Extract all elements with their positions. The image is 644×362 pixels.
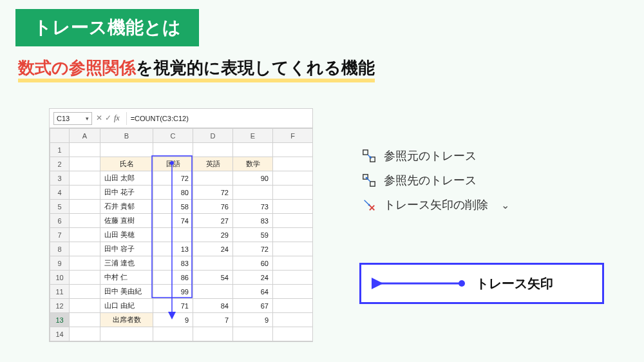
fx-icon[interactable]: fx	[114, 113, 120, 123]
cell[interactable]: 24	[193, 242, 233, 256]
cell[interactable]: 72	[193, 186, 233, 200]
col-header[interactable]: F	[273, 129, 313, 143]
col-header[interactable]: B	[100, 129, 153, 143]
cell[interactable]	[70, 271, 100, 285]
cell[interactable]	[273, 256, 313, 271]
cell[interactable]	[193, 327, 233, 341]
row-header[interactable]: 11	[50, 285, 70, 299]
cell[interactable]: 9	[233, 313, 273, 327]
cell[interactable]	[153, 143, 193, 157]
cancel-icon[interactable]: ✕	[96, 113, 102, 123]
cell[interactable]	[70, 228, 100, 242]
row-header[interactable]: 12	[50, 299, 70, 313]
row-header[interactable]: 10	[50, 271, 70, 285]
row-header[interactable]: 3	[50, 171, 70, 186]
cell[interactable]	[273, 228, 313, 242]
row-header[interactable]: 8	[50, 242, 70, 256]
cell[interactable]: 59	[233, 228, 273, 242]
cell[interactable]	[273, 242, 313, 256]
cell[interactable]	[70, 256, 100, 271]
chevron-down-icon[interactable]: ⌄	[501, 199, 509, 211]
cell[interactable]	[273, 299, 313, 313]
cell[interactable]	[233, 186, 273, 200]
cell[interactable]	[273, 271, 313, 285]
cell[interactable]	[70, 242, 100, 256]
row-header[interactable]: 4	[50, 186, 70, 200]
cell[interactable]: 72	[153, 171, 193, 186]
row-header[interactable]: 14	[50, 327, 70, 341]
cell[interactable]: 13	[153, 242, 193, 256]
cell[interactable]: 佐藤 直樹	[100, 214, 153, 228]
cell[interactable]	[273, 186, 313, 200]
cell[interactable]	[153, 228, 193, 242]
cell[interactable]: 田中 花子	[100, 186, 153, 200]
cell[interactable]: 99	[153, 285, 193, 299]
cell[interactable]	[193, 285, 233, 299]
trace-dependents-button[interactable]: 参照先のトレース	[362, 173, 509, 188]
cell[interactable]: 67	[233, 299, 273, 313]
cell[interactable]: 山田 美穂	[100, 228, 153, 242]
cell[interactable]	[70, 186, 100, 200]
cell[interactable]: 83	[153, 256, 193, 271]
cell[interactable]: 英語	[193, 157, 233, 171]
cell[interactable]	[193, 171, 233, 186]
cell[interactable]	[193, 143, 233, 157]
cell[interactable]	[273, 313, 313, 327]
cell[interactable]	[70, 285, 100, 299]
formula-bar[interactable]: =COUNT(C3:C12)	[126, 112, 308, 125]
cell[interactable]: 7	[193, 313, 233, 327]
cell[interactable]	[233, 143, 273, 157]
cell[interactable]	[233, 327, 273, 341]
cell[interactable]	[153, 327, 193, 341]
cell[interactable]	[273, 157, 313, 171]
row-header[interactable]: 5	[50, 200, 70, 214]
cell[interactable]: 山田 太郎	[100, 171, 153, 186]
cell[interactable]: 83	[233, 214, 273, 228]
row-header[interactable]: 1	[50, 143, 70, 157]
cell[interactable]: 54	[193, 271, 233, 285]
cell[interactable]: 国語	[153, 157, 193, 171]
cell[interactable]: 9	[153, 313, 193, 327]
cell[interactable]: 86	[153, 271, 193, 285]
trace-precedents-button[interactable]: 参照元のトレース	[362, 148, 509, 164]
cell[interactable]: 58	[153, 200, 193, 214]
cell[interactable]	[193, 256, 233, 271]
cell[interactable]	[273, 143, 313, 157]
cell[interactable]	[70, 200, 100, 214]
cell[interactable]	[70, 143, 100, 157]
cell[interactable]: 76	[193, 200, 233, 214]
cell[interactable]	[273, 200, 313, 214]
corner-cell[interactable]	[50, 129, 70, 143]
cell[interactable]: 石井 貴郁	[100, 200, 153, 214]
cell[interactable]: 27	[193, 214, 233, 228]
row-header[interactable]: 2	[50, 157, 70, 171]
cell[interactable]: 氏名	[100, 157, 153, 171]
cell[interactable]	[273, 327, 313, 341]
cell[interactable]	[70, 171, 100, 186]
cell[interactable]	[273, 285, 313, 299]
cell[interactable]	[70, 299, 100, 313]
cell[interactable]	[70, 157, 100, 171]
cell[interactable]: 84	[193, 299, 233, 313]
col-header[interactable]: D	[193, 129, 233, 143]
col-header[interactable]: A	[70, 129, 100, 143]
enter-icon[interactable]: ✓	[105, 113, 111, 123]
cell[interactable]: 64	[233, 285, 273, 299]
cell[interactable]: 71	[153, 299, 193, 313]
cell[interactable]	[273, 214, 313, 228]
cell[interactable]	[70, 313, 100, 327]
cell[interactable]	[100, 327, 153, 341]
cell[interactable]: 29	[193, 228, 233, 242]
cell[interactable]: 数学	[233, 157, 273, 171]
cell[interactable]: 三浦 達也	[100, 256, 153, 271]
cell[interactable]	[100, 143, 153, 157]
cell[interactable]: 90	[233, 171, 273, 186]
cell[interactable]	[273, 171, 313, 186]
cell[interactable]: 24	[233, 271, 273, 285]
row-header[interactable]: 9	[50, 256, 70, 271]
cell[interactable]: 出席者数	[100, 313, 153, 327]
row-header[interactable]: 13	[50, 313, 70, 327]
cell[interactable]	[70, 327, 100, 341]
cell[interactable]: 72	[233, 242, 273, 256]
cell[interactable]: 田中 容子	[100, 242, 153, 256]
